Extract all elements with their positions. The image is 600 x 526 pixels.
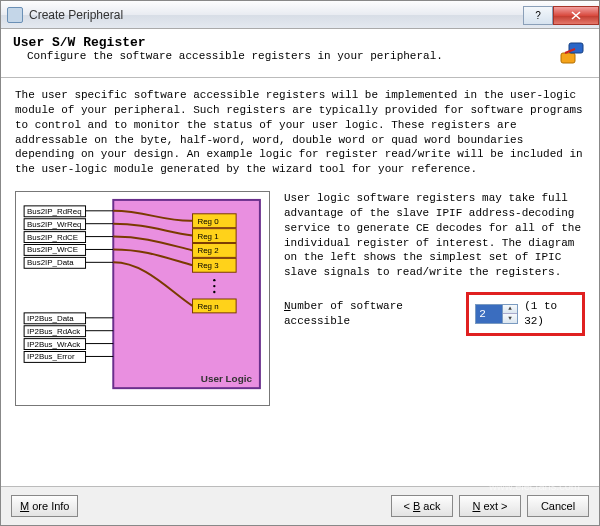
help-button[interactable]: ? (523, 6, 553, 25)
back-button[interactable]: < Back (391, 495, 453, 517)
svg-text:IP2Bus_RdAck: IP2Bus_RdAck (27, 327, 80, 336)
right-column: User logic software registers may take f… (284, 191, 585, 406)
svg-text:Reg 0: Reg 0 (197, 217, 219, 226)
svg-text:Reg 2: Reg 2 (197, 246, 218, 255)
svg-text:User Logic: User Logic (201, 373, 253, 384)
svg-text:Reg n: Reg n (197, 302, 218, 311)
range-text: (1 to 32) (524, 299, 576, 329)
diagram-svg: User Logic Bus2IP_RdReq Bus2IP_WrReq Bus… (16, 192, 269, 405)
svg-rect-0 (561, 53, 575, 63)
page-title: User S/W Register (13, 35, 555, 50)
num-registers-input[interactable] (476, 305, 502, 323)
window-title: Create Peripheral (29, 8, 123, 22)
spinner-down[interactable]: ▼ (503, 314, 517, 323)
svg-point-35 (213, 279, 215, 281)
right-desc: User logic software registers may take f… (284, 191, 585, 280)
dialog-window: Create Peripheral ? User S/W Register Co… (0, 0, 600, 526)
window-controls: ? (523, 5, 599, 25)
intro-text: The user specific software accessible re… (15, 88, 585, 177)
peripheral-icon (555, 37, 587, 69)
svg-text:Reg 1: Reg 1 (197, 232, 219, 241)
svg-text:IP2Bus_WrAck: IP2Bus_WrAck (27, 340, 80, 349)
svg-text:Bus2IP_WrReq: Bus2IP_WrReq (27, 220, 81, 229)
more-info-button[interactable]: More Info (11, 495, 78, 517)
num-registers-spinner[interactable]: ▲ ▼ (475, 304, 518, 324)
page-subtitle: Configure the software accessible regist… (13, 50, 555, 62)
svg-text:Bus2IP_Data: Bus2IP_Data (27, 258, 74, 267)
app-icon (7, 7, 23, 23)
svg-text:Bus2IP_RdReq: Bus2IP_RdReq (27, 207, 81, 216)
svg-point-36 (213, 285, 215, 287)
svg-text:Bus2IP_WrCE: Bus2IP_WrCE (27, 245, 78, 254)
wizard-header: User S/W Register Configure the software… (1, 29, 599, 78)
next-button[interactable]: Next > (459, 495, 521, 517)
diagram: User Logic Bus2IP_RdReq Bus2IP_WrReq Bus… (15, 191, 270, 406)
highlight-box: ▲ ▼ (1 to 32) (466, 292, 585, 336)
num-registers-label: Number of software accessible (284, 299, 462, 329)
titlebar: Create Peripheral ? (1, 1, 599, 29)
svg-point-37 (213, 291, 215, 293)
svg-text:IP2Bus_Data: IP2Bus_Data (27, 314, 74, 323)
close-button[interactable] (553, 6, 599, 25)
wizard-footer: More Info < Back Next > Cancel (1, 486, 599, 525)
svg-rect-2 (113, 200, 260, 388)
cancel-button[interactable]: Cancel (527, 495, 589, 517)
svg-text:IP2Bus_Error: IP2Bus_Error (27, 352, 75, 361)
close-icon (571, 11, 581, 20)
spinner-up[interactable]: ▲ (503, 305, 517, 315)
wizard-content: The user specific software accessible re… (1, 78, 599, 486)
svg-text:Bus2IP_RdCE: Bus2IP_RdCE (27, 233, 78, 242)
svg-text:Reg 3: Reg 3 (197, 261, 219, 270)
